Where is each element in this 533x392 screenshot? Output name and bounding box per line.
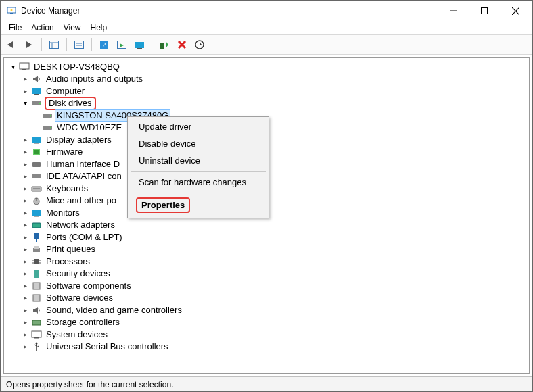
menu-view[interactable]: View [60,22,85,33]
expand-icon[interactable]: ▾ [20,99,30,108]
separator [131,171,266,172]
cm-uninstall-device[interactable]: Uninstall device [129,152,267,169]
svg-marker-8 [26,41,32,48]
ide-icon [31,171,42,182]
status-bar: Opens property sheet for the current sel… [1,376,532,391]
cm-disable-device[interactable]: Disable device [129,135,267,152]
cm-properties-row[interactable]: Properties [129,195,267,216]
expand-icon[interactable]: ▸ [20,305,30,315]
menu-action[interactable]: Action [27,22,57,33]
expand-icon[interactable]: ▸ [20,281,30,291]
node-label: Audio inputs and outputs [45,74,144,84]
expand-icon[interactable]: ▸ [20,342,30,351]
toolbar-separator [152,38,152,51]
category-security[interactable]: ▸ Security devices [5,268,528,280]
category-storage[interactable]: ▸ Storage controllers [5,316,528,328]
expand-icon[interactable]: ▸ [20,147,30,157]
expand-icon[interactable]: ▸ [20,172,30,181]
expand-icon[interactable]: ▸ [20,245,30,254]
node-label: Computer [45,86,86,97]
category-sound[interactable]: ▸ Sound, video and game controllers [5,304,528,316]
expand-icon[interactable]: ▸ [20,293,30,303]
node-label: Ports (COM & LPT) [45,232,124,243]
node-label: Security devices [45,268,112,279]
expand-icon[interactable]: ▸ [20,87,30,96]
window-controls [438,1,531,21]
disk-icon [42,122,53,133]
category-software-components[interactable]: ▸ Software components [5,280,528,292]
hid-icon [31,159,42,170]
menu-help[interactable]: Help [87,22,112,33]
minimize-button[interactable] [438,1,469,21]
cm-properties-label: Properties [141,200,185,210]
svg-point-68 [36,343,38,345]
window-title: Device Manager [21,6,438,16]
expand-icon[interactable]: ▸ [20,74,30,84]
separator [131,193,266,193]
svg-rect-50 [32,223,41,228]
expand-icon[interactable]: ▸ [20,184,30,193]
category-disk-drives[interactable]: ▾ Disk drives [5,97,528,109]
port-icon [31,232,42,243]
display-icon [31,134,42,145]
maximize-button[interactable] [469,1,500,21]
toolbar-separator [41,38,42,51]
help-button[interactable]: ? [96,36,112,53]
expand-icon[interactable]: ▸ [20,220,30,230]
toolbar-separator [91,38,92,51]
category-system[interactable]: ▸ System devices [5,328,528,341]
category-usb[interactable]: ▸ Universal Serial Bus controllers [5,341,528,353]
menubar: File Action View Help [1,21,532,34]
svg-rect-62 [33,295,40,301]
expand-icon[interactable]: ▸ [20,208,30,218]
back-button[interactable] [3,36,20,53]
properties-button[interactable] [71,36,87,53]
node-label: IDE ATA/ATAPI con [45,171,123,182]
category-network[interactable]: ▸ Network adapters [5,219,528,231]
category-software-devices[interactable]: ▸ Software devices [5,292,528,304]
expand-icon[interactable]: ▸ [20,160,30,169]
cm-scan-hardware[interactable]: Scan for hardware changes [129,174,267,191]
svg-rect-39 [34,143,39,144]
svg-marker-26 [200,42,202,45]
expand-icon[interactable]: ▸ [20,318,30,327]
expand-icon[interactable]: ▸ [20,330,30,339]
software-icon [31,293,42,303]
node-label: Firmware [45,147,84,157]
svg-rect-31 [34,94,39,95]
show-hide-tree-button[interactable] [46,36,62,53]
expand-icon[interactable]: ▸ [20,257,30,266]
node-label: Monitors [45,207,81,218]
close-button[interactable] [500,1,531,21]
expand-icon[interactable]: ▸ [20,135,30,145]
scan-hardware-button[interactable] [191,36,208,53]
node-label: Sound, video and game controllers [45,305,183,316]
disk-icon [31,98,42,109]
expand-icon[interactable]: ▸ [20,269,30,278]
scan-button[interactable] [114,36,130,53]
enable-device-button[interactable] [156,36,172,53]
uninstall-device-button[interactable] [174,36,190,53]
category-processors[interactable]: ▸ Processors [5,255,528,268]
update-driver-button[interactable] [131,36,147,53]
node-label: Universal Serial Bus controllers [45,341,170,352]
svg-rect-38 [32,137,41,143]
processor-icon [31,256,42,267]
monitor-icon [31,207,42,218]
category-print-queues[interactable]: ▸ Print queues [5,243,528,255]
network-icon [31,220,42,230]
app-icon [6,5,17,16]
expand-icon[interactable]: ▾ [8,62,18,72]
category-audio[interactable]: ▸ Audio inputs and outputs [5,73,528,85]
category-ports[interactable]: ▸ Ports (COM & LPT) [5,231,528,243]
category-computer[interactable]: ▸ Computer [5,85,528,97]
cm-update-driver[interactable]: Update driver [129,118,267,135]
forward-button[interactable] [21,36,37,53]
menu-file[interactable]: File [5,22,26,33]
highlight-disk-drives: Disk drives [45,97,96,110]
expand-icon[interactable]: ▸ [20,232,30,242]
node-label: Network adapters [45,220,116,230]
svg-rect-12 [75,41,84,49]
expand-icon[interactable]: ▸ [20,196,30,205]
root-node[interactable]: ▾ DESKTOP-VS48QBQ [5,61,528,73]
